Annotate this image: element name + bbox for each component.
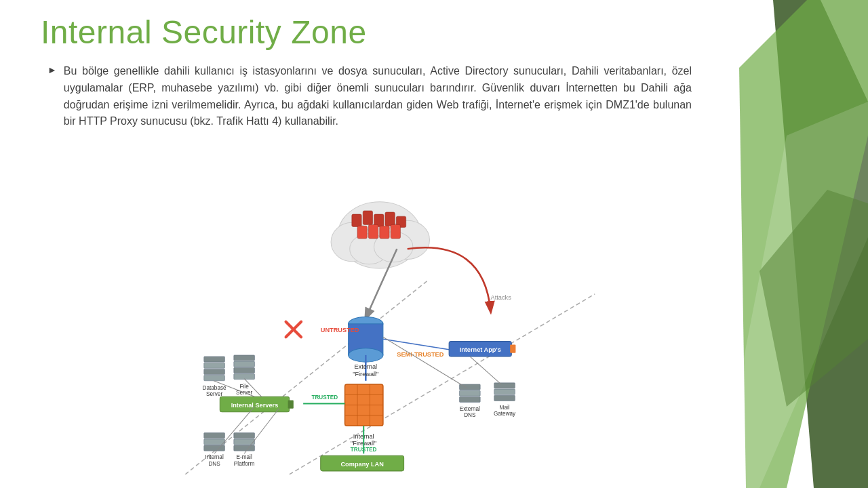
svg-text:Mail: Mail [500,405,510,411]
svg-rect-69 [494,383,515,388]
svg-marker-2 [821,0,868,102]
svg-text:Company LAN: Company LAN [340,461,384,468]
svg-text:External: External [460,406,480,412]
svg-rect-58 [234,355,255,361]
bullet-paragraph: Bu bölge genellikle dahili kullanıcı iş … [64,63,692,130]
svg-text:TRUSTED: TRUSTED [311,394,338,401]
svg-text:DNS: DNS [464,412,476,418]
mail-gateway: Mail Gateway [494,383,516,417]
internal-servers-box: Internal Servers [220,396,294,412]
svg-marker-0 [773,0,868,488]
svg-text:External: External [354,363,377,370]
svg-rect-53 [204,363,225,368]
svg-rect-47 [288,400,294,408]
svg-marker-1 [739,0,868,488]
internet-apps-box: Internet App's [449,341,515,357]
bullet-item: ► Bu bölge genellikle dahili kullanıcı i… [47,63,692,130]
svg-marker-3 [719,102,868,488]
internal-firewall [345,384,383,426]
svg-rect-71 [494,395,515,401]
database-server: Database Server [203,357,226,397]
svg-rect-55 [204,375,225,381]
svg-rect-18 [368,224,378,238]
svg-rect-66 [460,396,481,402]
svg-rect-61 [234,374,255,380]
svg-rect-76 [204,445,225,451]
bullet-arrow-icon: ► [47,64,57,75]
svg-rect-17 [357,226,367,238]
svg-rect-70 [494,389,515,394]
svg-rect-54 [204,369,225,374]
svg-rect-75 [204,439,225,445]
svg-line-89 [470,357,501,384]
internal-dns: Internal DNS [204,433,225,467]
svg-line-6 [290,294,595,474]
svg-text:Gateway: Gateway [494,411,516,417]
svg-rect-52 [204,357,225,362]
cloud-internet [331,202,429,268]
svg-rect-12 [352,214,361,226]
svg-text:TRUSTED: TRUSTED [351,447,377,453]
bullet-section: ► Bu bölge genellikle dahili kullanıcı i… [47,63,692,130]
svg-marker-4 [760,190,868,407]
svg-rect-81 [234,445,255,451]
page-title: Internal Security Zone [41,14,692,51]
blocked-x-left [286,322,302,338]
svg-text:DNS: DNS [208,461,220,467]
svg-text:Server: Server [206,391,222,397]
svg-text:Internal Servers: Internal Servers [231,402,279,409]
svg-rect-15 [385,212,395,226]
svg-text:File: File [240,384,250,390]
svg-line-29 [383,339,449,349]
attacks-label: Attacks [491,294,512,301]
untrusted-label: UNTRUSTED [321,327,359,333]
email-platform: E-mail Platform [234,433,255,467]
svg-rect-79 [234,433,255,439]
network-diagram-area: Attacks [149,183,624,474]
svg-rect-65 [460,390,481,396]
company-lan-box: Company LAN [321,455,404,471]
svg-rect-32 [510,345,515,353]
svg-rect-60 [234,367,255,373]
svg-rect-59 [234,361,255,367]
svg-line-87 [244,409,279,454]
svg-text:Internal: Internal [205,454,223,460]
svg-rect-13 [363,211,372,224]
svg-text:Platform: Platform [234,461,255,467]
svg-text:E-mail: E-mail [237,454,252,460]
svg-text:Database: Database [203,385,226,391]
svg-rect-20 [391,224,400,238]
svg-text:Internet App's: Internet App's [460,346,501,353]
svg-rect-19 [380,226,389,238]
svg-rect-74 [204,433,225,439]
svg-text:"Firewall": "Firewall" [353,371,378,378]
external-dns: External DNS [460,384,481,418]
semi-trusted-label: SEMI-TRUSTED [397,351,443,358]
